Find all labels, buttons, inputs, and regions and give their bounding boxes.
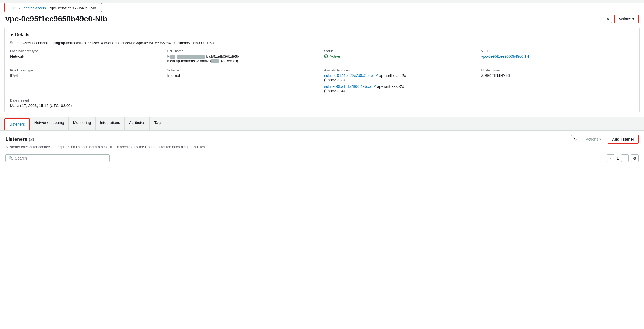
lb-type-value: Network <box>10 54 163 59</box>
az-label: Availability Zones <box>324 68 477 72</box>
dns-suffix: b-db51adb0901d95b <box>206 54 239 59</box>
settings-button[interactable]: ⚙ <box>631 154 639 162</box>
dns-redacted-2 <box>177 55 205 59</box>
listeners-refresh-button[interactable]: ↻ <box>571 135 579 143</box>
tab-tags[interactable]: Tags <box>150 117 167 130</box>
listeners-toolbar: 🔍 ‹ 1 › ⚙ <box>5 152 639 162</box>
tabs-bar: Listeners Network mapping Monitoring Int… <box>0 117 644 131</box>
lb-type-label: Load balancer type <box>10 49 163 53</box>
external-link-icon <box>525 55 529 58</box>
search-input[interactable] <box>15 156 107 160</box>
ip-type-label: IP address type <box>10 68 163 72</box>
subnet-2-az: ap-northeast-2d <box>377 84 404 89</box>
page-header: vpc-0e95f1ee9650b49c0-Nlb ↻ Actions ▾ <box>0 12 644 28</box>
detail-date-created: Date created March 17, 2023, 15:12 (UTC+… <box>10 99 163 108</box>
listeners-search-bar: 🔍 <box>5 154 110 162</box>
breadcrumb: EC2 › Load balancers › vpc-0e95f1ee9650b… <box>4 3 102 12</box>
subnet-2-az-code: (apne2-az4) <box>324 89 345 93</box>
detail-dns: DNS name ⎘ b-db51adb0901d95b b.elb.ap-no… <box>167 49 320 63</box>
status-label: Status <box>324 49 477 53</box>
detail-hosted-zone: Hosted zone ZIBE1TIR4HY56 <box>481 68 634 93</box>
tab-attributes[interactable]: Attributes <box>125 117 150 130</box>
breadcrumb-sep-2: › <box>48 7 49 10</box>
breadcrumb-current: vpc-0e95f1ee9650b49c0-Nlb <box>50 6 96 10</box>
tab-monitoring[interactable]: Monitoring <box>69 117 96 130</box>
pagination-controls: ‹ 1 › ⚙ <box>607 154 639 162</box>
az-value-2: subnet-0ba1fdb7866f4ebcb ap-northeast-2d… <box>324 84 477 93</box>
hosted-zone-label: Hosted zone <box>481 68 634 72</box>
breadcrumb-load-balancers[interactable]: Load balancers <box>22 6 46 10</box>
arn-text: arn:aws:elasticloadbalancing:ap-northeas… <box>15 41 215 45</box>
add-listener-button[interactable]: Add listener <box>608 135 639 144</box>
breadcrumb-ec2[interactable]: EC2 <box>10 6 17 10</box>
refresh-icon: ↻ <box>606 17 610 21</box>
listeners-count: (2) <box>29 137 34 142</box>
ip-type-value: IPv4 <box>10 73 163 78</box>
hosted-zone-value: ZIBE1TIR4HY56 <box>481 73 634 78</box>
detail-az: Availability Zones subnet-0144ce20c7d8a2… <box>324 68 477 93</box>
listeners-actions-button: Actions ▾ <box>582 135 605 143</box>
listeners-title: Listeners (2) <box>5 137 34 142</box>
actions-button[interactable]: Actions ▾ <box>614 15 639 23</box>
dns-full: b.elb.ap-northeast-2.amazo <box>167 59 219 63</box>
dns-label: DNS name <box>167 49 320 53</box>
scheme-value: Internal <box>167 73 320 78</box>
details-title: Details <box>15 32 29 37</box>
details-grid: Load balancer type Network DNS name ⎘ b-… <box>10 49 634 108</box>
page-title: vpc-0e95f1ee9650b49c0-Nlb <box>5 15 107 23</box>
tab-network-mapping[interactable]: Network mapping <box>30 117 69 130</box>
actions-chevron-icon: ▾ <box>599 137 601 142</box>
status-text: Active <box>330 54 340 59</box>
listeners-actions-area: ↻ Actions ▾ Add listener <box>571 135 639 144</box>
arn-row: ⎘ arn:aws:elasticloadbalancing:ap-northe… <box>10 41 634 45</box>
subnet-1-az: ap-northeast-2c <box>379 73 406 78</box>
subnet-1-link[interactable]: subnet-0144ce20c7d8a2bab <box>324 73 373 78</box>
date-created-value: March 17, 2023, 15:12 (UTC+08:00) <box>10 103 163 108</box>
listeners-section: Listeners (2) ↻ Actions ▾ Add listener A… <box>0 131 644 166</box>
prev-page-button[interactable]: ‹ <box>607 154 614 162</box>
vpc-value[interactable]: vpc-0e95f1ee9650b49c0 <box>481 54 634 59</box>
scheme-label: Scheme <box>167 68 320 72</box>
listeners-subtitle: A listener checks for connection request… <box>5 145 639 149</box>
dns-value: ⎘ b-db51adb0901d95b b.elb.ap-northeast-2… <box>167 54 320 63</box>
actions-label: Actions ▾ <box>619 17 634 21</box>
details-header: Details <box>10 32 634 37</box>
collapse-icon[interactable] <box>10 34 13 36</box>
az-value-1: subnet-0144ce20c7d8a2bab ap-northeast-2c… <box>324 73 477 82</box>
subnet-1-az-code: (apne2-az3) <box>324 78 345 82</box>
subnet-2-link[interactable]: subnet-0ba1fdb7866f4ebcb <box>324 84 371 89</box>
detail-lb-type: Load balancer type Network <box>10 49 163 63</box>
gear-icon: ⚙ <box>633 156 636 160</box>
tab-listeners[interactable]: Listeners <box>4 118 30 130</box>
header-actions: ↻ Actions ▾ <box>604 15 639 23</box>
search-icon: 🔍 <box>8 156 13 160</box>
tab-integrations[interactable]: Integrations <box>96 117 125 130</box>
next-page-button[interactable]: › <box>621 154 629 162</box>
detail-scheme: Scheme Internal <box>167 68 320 93</box>
refresh-button[interactable]: ↻ <box>604 15 612 23</box>
page-number: 1 <box>617 156 619 160</box>
copy-dns-icon[interactable]: ⎘ <box>167 54 169 59</box>
subnet-1-ext-icon <box>375 74 378 77</box>
listeners-title-area: Listeners (2) <box>5 137 34 142</box>
status-value: Active <box>324 54 477 59</box>
date-created-label: Date created <box>10 99 163 102</box>
detail-vpc: VPC vpc-0e95f1ee9650b49c0 <box>481 49 634 63</box>
listeners-refresh-icon: ↻ <box>574 137 577 142</box>
listeners-header: Listeners (2) ↻ Actions ▾ Add listener <box>5 135 639 144</box>
breadcrumb-sep-1: › <box>19 7 20 10</box>
subnet-2-ext-icon <box>373 85 376 88</box>
status-dot <box>324 54 328 58</box>
vpc-label: VPC <box>481 49 634 53</box>
copy-arn-icon[interactable]: ⎘ <box>10 41 12 45</box>
detail-ip-type: IP address type IPv4 <box>10 68 163 93</box>
dns-redacted-1 <box>170 55 175 59</box>
dns-record: (A Record) <box>221 59 238 63</box>
status-active: Active <box>324 54 477 59</box>
detail-status: Status Active <box>324 49 477 63</box>
page-wrapper: EC2 › Load balancers › vpc-0e95f1ee9650b… <box>0 3 644 329</box>
details-panel: Details ⎘ arn:aws:elasticloadbalancing:a… <box>4 28 640 112</box>
